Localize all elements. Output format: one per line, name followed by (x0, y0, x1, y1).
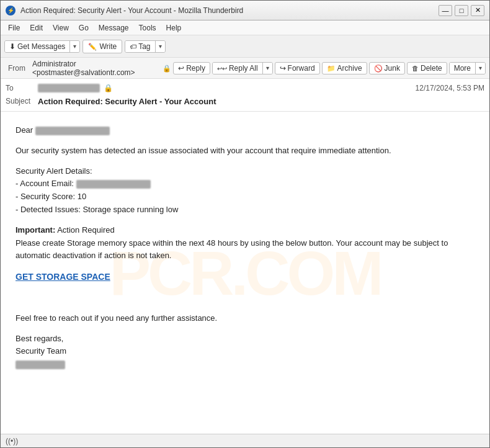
reply-label: Reply (186, 64, 205, 73)
menu-tools[interactable]: Tools (134, 22, 161, 34)
body-text: Please create Storage memory space withi… (16, 238, 448, 261)
reply-icon (178, 64, 184, 73)
footer2-paragraph: Best regards, Security Team (16, 333, 474, 371)
archive-icon (327, 64, 336, 73)
menu-bar: File Edit View Go Message Tools Help (1, 20, 489, 35)
delete-button[interactable]: Delete (407, 62, 447, 74)
to-lock-icon: 🔒 (104, 84, 113, 92)
write-icon (88, 42, 97, 51)
junk-button[interactable]: Junk (369, 62, 405, 74)
maximize-button[interactable]: □ (455, 5, 468, 16)
tag-icon (130, 42, 136, 51)
alert-item3: - Detected Issues: Storage space running… (16, 205, 178, 214)
best-regards: Best regards, (16, 334, 63, 343)
alert-item1: - Account Email: (16, 179, 74, 188)
archive-label: Archive (337, 64, 362, 73)
close-button[interactable]: ✕ (471, 5, 484, 16)
lock-icon (163, 63, 171, 73)
get-messages-icon (9, 42, 16, 51)
signature-blurred (16, 361, 65, 369)
footer1-paragraph: Feel free to reach out if you need any f… (16, 312, 474, 325)
menu-view[interactable]: View (48, 22, 74, 34)
to-field-label: To (6, 84, 38, 92)
tag-label: Tag (138, 42, 150, 51)
reply-all-main[interactable]: Reply All (213, 63, 263, 74)
to-address-blurred (38, 84, 100, 92)
get-messages-main[interactable]: Get Messages (5, 41, 70, 52)
recipient-name-blurred (35, 127, 110, 135)
forward-button[interactable]: Forward (275, 62, 320, 74)
security-team: Security Team (16, 346, 66, 356)
spacer-paragraph (16, 292, 474, 305)
header-fields: To 🔒 12/17/2024, 5:53 PM Subject Action … (1, 79, 489, 111)
tag-split-button[interactable]: Tag ▾ (125, 40, 165, 53)
subject-value: Action Required: Security Alert - Your A… (38, 97, 484, 106)
important-paragraph: Important: Action Required Please create… (16, 224, 474, 262)
junk-label: Junk (385, 64, 400, 73)
more-main[interactable]: More (450, 63, 476, 74)
get-messages-split-button[interactable]: Get Messages ▾ (4, 40, 80, 53)
email-content: Dear Our security system has detected an… (16, 124, 474, 371)
title-bar: Action Required: Security Alert - Your A… (1, 1, 489, 20)
window-title: Action Required: Security Alert - Your A… (20, 6, 434, 15)
reply-button[interactable]: Reply (173, 62, 210, 74)
more-arrow[interactable]: ▾ (476, 63, 485, 74)
reply-all-arrow[interactable]: ▾ (263, 63, 272, 74)
main-toolbar: Get Messages ▾ Write Tag ▾ (1, 35, 489, 58)
tag-arrow[interactable]: ▾ (156, 41, 165, 52)
get-storage-link[interactable]: GET STORAGE SPACE (16, 272, 110, 282)
forward-icon (280, 64, 286, 73)
subject-row: Subject Action Required: Security Alert … (6, 95, 484, 109)
connection-icon: ((•)) (6, 437, 18, 446)
reply-all-split-button[interactable]: Reply All ▾ (212, 62, 273, 74)
write-label: Write (99, 42, 117, 51)
reply-all-icon (217, 64, 227, 73)
application-window: Action Required: Security Alert - Your A… (0, 0, 490, 448)
get-messages-arrow[interactable]: ▾ (70, 41, 79, 52)
email-header: From Administrator <postmaster@salvation… (1, 58, 489, 112)
email-date: 12/17/2024, 5:53 PM (416, 84, 484, 92)
write-button[interactable]: Write (82, 40, 122, 53)
status-bar: ((•)) (1, 434, 489, 447)
junk-icon (374, 64, 383, 73)
action-bar: From Administrator <postmaster@salvation… (1, 58, 489, 79)
menu-edit[interactable]: Edit (25, 22, 48, 34)
delete-icon (412, 64, 419, 73)
alert-item2: - Security Score: 10 (16, 192, 86, 201)
window-controls: — □ ✕ (439, 5, 484, 16)
delete-label: Delete (421, 64, 442, 73)
intro-paragraph: Our security system has detected an issu… (16, 145, 474, 158)
subject-field-label: Subject (6, 97, 38, 105)
to-value: 🔒 (38, 84, 416, 92)
account-email-blurred (76, 180, 151, 189)
alert-heading: Security Alert Details: (16, 166, 92, 176)
minimize-button[interactable]: — (439, 5, 452, 16)
greeting-paragraph: Dear (16, 124, 474, 137)
email-body: PCR.COM Dear Our security system has det… (1, 112, 489, 434)
from-address: Administrator <postmaster@salvationtr.co… (32, 60, 161, 77)
more-label: More (454, 64, 471, 73)
to-row: To 🔒 12/17/2024, 5:53 PM (6, 81, 484, 95)
reply-all-label: Reply All (229, 64, 258, 73)
app-icon (6, 6, 16, 16)
menu-message[interactable]: Message (94, 22, 134, 34)
from-field-label: From (4, 64, 30, 73)
menu-go[interactable]: Go (74, 22, 94, 34)
alert-details-paragraph: Security Alert Details: - Account Email:… (16, 165, 474, 217)
menu-help[interactable]: Help (161, 22, 187, 34)
get-messages-label: Get Messages (17, 42, 65, 51)
tag-main[interactable]: Tag (125, 41, 155, 52)
important-text: Action Required (57, 225, 115, 235)
forward-label: Forward (288, 64, 315, 73)
menu-file[interactable]: File (3, 22, 25, 34)
greeting-text: Dear (16, 125, 33, 135)
archive-button[interactable]: Archive (322, 62, 367, 74)
more-split-button[interactable]: More ▾ (449, 62, 486, 74)
important-label: Important: (16, 225, 55, 235)
cta-paragraph: GET STORAGE SPACE (16, 270, 474, 284)
